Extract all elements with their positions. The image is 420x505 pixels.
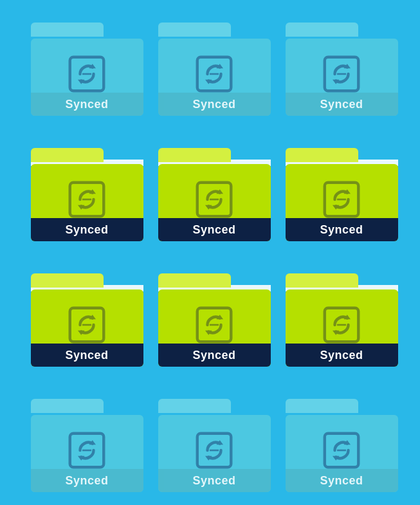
folder-grid: Synced Synced Synced	[0, 0, 420, 505]
folder-item-0-1[interactable]: Synced	[153, 6, 275, 116]
sync-icon	[192, 51, 237, 96]
sync-icon	[319, 177, 364, 222]
folder-label: Synced	[31, 93, 143, 116]
sync-icon	[192, 177, 237, 222]
sync-icon	[192, 302, 237, 347]
sync-icon	[319, 302, 364, 347]
folder-label: Synced	[286, 469, 398, 492]
sync-icon	[64, 428, 109, 473]
folder-tab	[286, 399, 359, 413]
sync-icon	[64, 51, 109, 96]
folder-item-0-0[interactable]: Synced	[26, 6, 148, 116]
folder-item-3-0[interactable]: Synced	[26, 383, 148, 492]
folder-label: Synced	[31, 344, 143, 367]
folder-tab	[286, 23, 359, 37]
folder-item-1-2[interactable]: Synced	[280, 132, 403, 241]
folder-item-2-0[interactable]: Synced	[26, 257, 148, 367]
folder-tab	[158, 148, 232, 162]
folder-tab	[286, 273, 359, 288]
folder-label-text: Synced	[65, 474, 108, 488]
folder-label: Synced	[286, 218, 398, 241]
folder-tab	[158, 273, 232, 288]
folder-item-3-1[interactable]: Synced	[153, 383, 275, 492]
folder-label-text: Synced	[320, 223, 363, 237]
sync-icon	[64, 177, 109, 222]
folder-label: Synced	[286, 344, 398, 367]
folder-label: Synced	[158, 344, 271, 367]
folder-label: Synced	[158, 218, 271, 241]
folder-label: Synced	[31, 218, 143, 241]
folder-label: Synced	[158, 469, 271, 492]
folder-tab	[31, 273, 104, 288]
folder-label-text: Synced	[192, 98, 235, 111]
sync-icon	[319, 428, 364, 473]
folder-label: Synced	[158, 93, 271, 116]
folder-item-1-1[interactable]: Synced	[153, 132, 275, 241]
folder-label-text: Synced	[65, 98, 108, 111]
folder-label: Synced	[31, 469, 143, 492]
folder-label-text: Synced	[320, 474, 363, 488]
folder-item-2-2[interactable]: Synced	[280, 257, 403, 367]
sync-icon	[192, 428, 237, 473]
folder-tab	[31, 399, 104, 413]
folder-item-1-0[interactable]: Synced	[26, 132, 148, 241]
folder-label-text: Synced	[65, 349, 108, 362]
folder-label-text: Synced	[192, 474, 235, 488]
folder-label-text: Synced	[65, 223, 108, 237]
folder-item-3-2[interactable]: Synced	[280, 383, 403, 492]
folder-label: Synced	[286, 93, 398, 116]
folder-item-0-2[interactable]: Synced	[280, 6, 403, 116]
folder-label-text: Synced	[192, 349, 235, 362]
sync-icon	[319, 51, 364, 96]
sync-icon	[64, 302, 109, 347]
folder-tab	[158, 399, 232, 413]
folder-tab	[286, 148, 359, 162]
folder-label-text: Synced	[192, 223, 235, 237]
folder-tab	[31, 148, 104, 162]
folder-tab	[31, 23, 104, 37]
folder-item-2-1[interactable]: Synced	[153, 257, 275, 367]
folder-tab	[158, 23, 232, 37]
folder-label-text: Synced	[320, 349, 363, 362]
folder-label-text: Synced	[320, 98, 363, 111]
